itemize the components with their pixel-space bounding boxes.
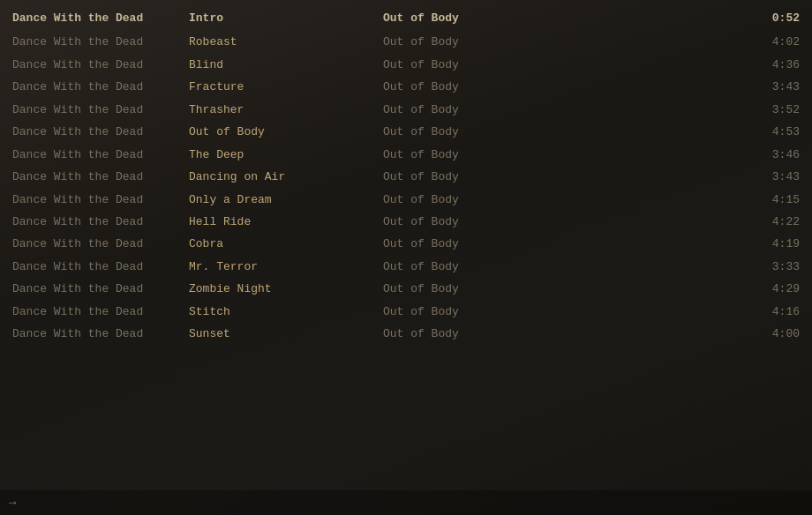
- track-title: Blind: [189, 56, 383, 74]
- track-album: Out of Body: [383, 101, 560, 119]
- header-album: Out of Body: [383, 9, 560, 27]
- track-empty: [560, 78, 747, 96]
- table-row[interactable]: Dance With the DeadDancing on AirOut of …: [0, 166, 812, 188]
- track-artist: Dance With the Dead: [12, 280, 189, 298]
- track-album: Out of Body: [383, 190, 560, 209]
- track-empty: [560, 235, 747, 253]
- track-artist: Dance With the Dead: [12, 101, 189, 119]
- track-duration: 4:53: [747, 123, 800, 141]
- track-title: Only a Dream: [189, 190, 383, 209]
- track-artist: Dance With the Dead: [12, 78, 189, 96]
- track-title: Thrasher: [189, 101, 383, 119]
- track-album: Out of Body: [383, 280, 560, 298]
- track-duration: 4:02: [747, 33, 800, 51]
- track-album: Out of Body: [383, 235, 560, 253]
- table-row[interactable]: Dance With the DeadThe DeepOut of Body3:…: [0, 144, 812, 166]
- track-duration: 4:22: [747, 213, 800, 231]
- table-row[interactable]: Dance With the DeadBlindOut of Body4:36: [0, 54, 812, 76]
- track-artist: Dance With the Dead: [12, 33, 189, 51]
- table-row[interactable]: Dance With the DeadOut of BodyOut of Bod…: [0, 121, 812, 143]
- track-album: Out of Body: [383, 33, 560, 51]
- track-duration: 4:36: [747, 56, 800, 74]
- table-row[interactable]: Dance With the DeadMr. TerrorOut of Body…: [0, 256, 812, 278]
- track-empty: [560, 302, 747, 321]
- table-row[interactable]: Dance With the DeadHell RideOut of Body4…: [0, 211, 812, 233]
- header-duration: 0:52: [747, 9, 800, 27]
- track-duration: 4:00: [747, 325, 800, 343]
- track-duration: 4:29: [747, 280, 800, 298]
- table-row[interactable]: Dance With the DeadCobraOut of Body4:19: [0, 233, 812, 255]
- track-empty: [560, 325, 747, 343]
- table-row[interactable]: Dance With the DeadZombie NightOut of Bo…: [0, 278, 812, 300]
- track-artist: Dance With the Dead: [12, 325, 189, 343]
- table-row[interactable]: Dance With the DeadThrasherOut of Body3:…: [0, 99, 812, 121]
- track-artist: Dance With the Dead: [12, 302, 189, 321]
- track-artist: Dance With the Dead: [12, 190, 189, 209]
- table-row[interactable]: Dance With the DeadSunsetOut of Body4:00: [0, 323, 812, 345]
- track-title: Hell Ride: [189, 213, 383, 231]
- track-album: Out of Body: [383, 325, 560, 343]
- track-artist: Dance With the Dead: [12, 123, 189, 141]
- track-album: Out of Body: [383, 258, 560, 276]
- track-album: Out of Body: [383, 168, 560, 186]
- track-empty: [560, 213, 747, 231]
- track-title: Sunset: [189, 325, 383, 343]
- header-artist: Dance With the Dead: [12, 9, 189, 27]
- track-artist: Dance With the Dead: [12, 56, 189, 74]
- track-album: Out of Body: [383, 123, 560, 141]
- track-empty: [560, 168, 747, 186]
- track-duration: 3:33: [747, 258, 800, 276]
- track-duration: 4:15: [747, 190, 800, 209]
- track-empty: [560, 101, 747, 119]
- track-artist: Dance With the Dead: [12, 213, 189, 231]
- track-duration: 3:46: [747, 146, 800, 164]
- track-title: Out of Body: [189, 123, 383, 141]
- track-list-header: Dance With the Dead Intro Out of Body 0:…: [0, 7, 812, 29]
- track-title: Mr. Terror: [189, 258, 383, 276]
- track-album: Out of Body: [383, 302, 560, 321]
- track-artist: Dance With the Dead: [12, 168, 189, 186]
- table-row[interactable]: Dance With the DeadStitchOut of Body4:16: [0, 301, 812, 323]
- track-empty: [560, 146, 747, 164]
- header-intro: Intro: [189, 9, 383, 27]
- track-title: The Deep: [189, 146, 383, 164]
- track-empty: [560, 33, 747, 51]
- header-empty: [560, 9, 747, 27]
- track-empty: [560, 280, 747, 298]
- track-empty: [560, 258, 747, 276]
- track-album: Out of Body: [383, 213, 560, 231]
- track-album: Out of Body: [383, 78, 560, 96]
- track-empty: [560, 190, 747, 209]
- table-row[interactable]: Dance With the DeadOnly a DreamOut of Bo…: [0, 189, 812, 211]
- track-artist: Dance With the Dead: [12, 235, 189, 253]
- track-artist: Dance With the Dead: [12, 146, 189, 164]
- track-duration: 4:16: [747, 302, 800, 321]
- track-album: Out of Body: [383, 146, 560, 164]
- track-empty: [560, 123, 747, 141]
- track-duration: 3:43: [747, 78, 800, 96]
- track-duration: 3:52: [747, 101, 800, 119]
- track-artist: Dance With the Dead: [12, 258, 189, 276]
- track-title: Fracture: [189, 78, 383, 96]
- track-title: Cobra: [189, 235, 383, 253]
- track-album: Out of Body: [383, 56, 560, 74]
- track-duration: 3:43: [747, 168, 800, 186]
- track-title: Dancing on Air: [189, 168, 383, 186]
- bottom-bar: →: [0, 490, 812, 515]
- track-title: Robeast: [189, 33, 383, 51]
- track-title: Zombie Night: [189, 280, 383, 298]
- table-row[interactable]: Dance With the DeadFractureOut of Body3:…: [0, 76, 812, 98]
- track-title: Stitch: [189, 302, 383, 321]
- arrow-icon: →: [9, 496, 16, 510]
- track-list: Dance With the Dead Intro Out of Body 0:…: [0, 0, 812, 353]
- track-empty: [560, 56, 747, 74]
- track-duration: 4:19: [747, 235, 800, 253]
- table-row[interactable]: Dance With the DeadRobeastOut of Body4:0…: [0, 31, 812, 53]
